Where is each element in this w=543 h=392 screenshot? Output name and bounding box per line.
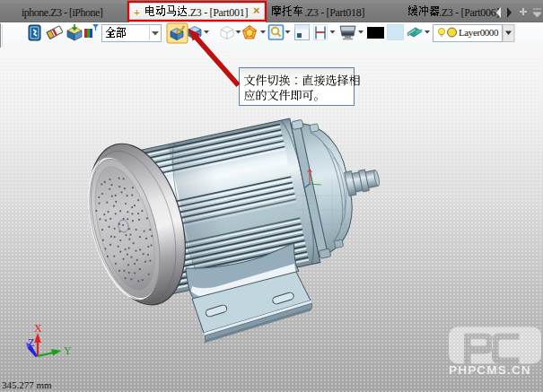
svg-text:PHPCMS.CN: PHPCMS.CN (449, 363, 531, 377)
svg-text:Z: Z (28, 336, 34, 349)
svg-text:X: X (34, 323, 42, 335)
svg-text:Y: Y (64, 344, 72, 357)
